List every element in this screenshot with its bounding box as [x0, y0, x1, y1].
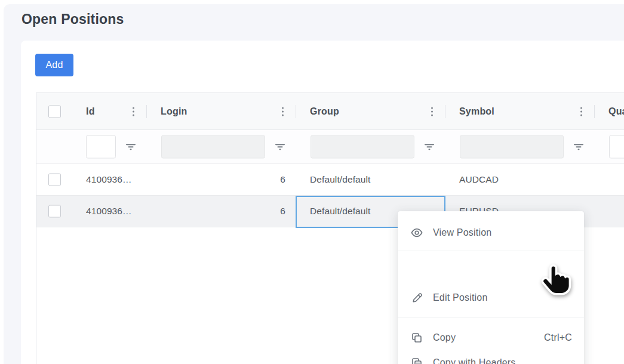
menu-item-edit-position[interactable]: Edit Position	[398, 286, 584, 310]
group-filter-input[interactable]	[311, 135, 414, 159]
menu-item-view-position[interactable]: View Position	[398, 221, 584, 245]
filter-cell-symbol	[445, 130, 595, 164]
column-label: Quantity	[608, 106, 624, 117]
column-label: Login	[161, 106, 187, 117]
page-title: Open Positions	[21, 11, 124, 27]
header-cell-group[interactable]: Group	[296, 93, 445, 129]
column-menu-icon[interactable]	[431, 107, 433, 116]
eye-icon	[411, 227, 423, 239]
cell-group: Default/default	[310, 206, 370, 217]
id-filter-input[interactable]	[86, 135, 116, 159]
filter-icon[interactable]	[424, 141, 435, 152]
menu-divider	[398, 317, 584, 317]
row-checkbox[interactable]	[48, 205, 61, 218]
select-all-checkbox[interactable]	[48, 105, 61, 118]
column-menu-icon[interactable]	[580, 107, 582, 116]
header-select-cell	[36, 93, 72, 129]
login-filter-input[interactable]	[161, 135, 265, 159]
context-menu: View Position View trades Edit Position …	[398, 211, 584, 364]
filter-icon[interactable]	[275, 141, 285, 152]
copy-headers-icon	[411, 357, 423, 364]
cell-id: 4100936…	[86, 206, 132, 217]
cell-login: 6	[280, 206, 285, 217]
cell-id: 4100936…	[86, 174, 132, 185]
column-menu-icon[interactable]	[282, 107, 284, 116]
row-checkbox[interactable]	[48, 174, 61, 186]
header-cell-id[interactable]: Id	[72, 93, 147, 129]
symbol-filter-input[interactable]	[460, 135, 564, 159]
column-label: Id	[86, 106, 95, 117]
filter-icon[interactable]	[573, 141, 584, 152]
add-button[interactable]: Add	[35, 54, 73, 76]
column-menu-icon[interactable]	[133, 107, 134, 116]
filter-cell-id	[72, 130, 147, 164]
menu-shortcut: Ctrl+C	[544, 332, 572, 343]
pencil-icon	[411, 292, 423, 304]
menu-divider	[398, 251, 584, 251]
column-label: Symbol	[459, 106, 494, 117]
filter-icon[interactable]	[125, 141, 136, 152]
cell-symbol: AUDCAD	[459, 174, 499, 185]
header-cell-quantity[interactable]: Quantity	[595, 93, 624, 129]
table-header-row: Id Login Group Symbol Quantity	[36, 93, 624, 130]
column-label: Group	[310, 106, 339, 117]
filter-cell-login	[147, 130, 296, 164]
filter-cell-group	[296, 130, 445, 164]
filter-select-cell	[36, 130, 72, 164]
table-row[interactable]: 4100936… 6 Default/default AUDCAD	[36, 164, 624, 196]
copy-icon	[411, 332, 423, 344]
header-cell-symbol[interactable]: Symbol	[445, 93, 595, 129]
filter-cell-quantity	[595, 130, 624, 164]
cell-group: Default/default	[310, 174, 370, 185]
quantity-filter-input[interactable]	[609, 135, 624, 159]
table-filter-row	[36, 130, 624, 164]
header-cell-login[interactable]: Login	[147, 93, 296, 129]
menu-item-copy[interactable]: Copy Ctrl+C	[398, 326, 584, 350]
menu-item-copy-with-headers[interactable]: Copy with Headers	[398, 351, 584, 364]
cell-login: 6	[280, 174, 285, 185]
